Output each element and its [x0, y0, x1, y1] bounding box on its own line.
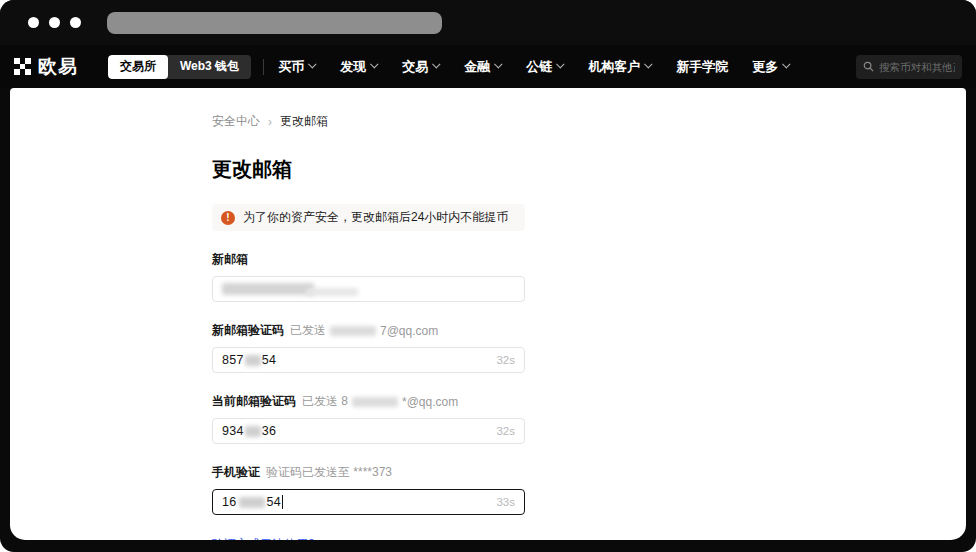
new-email-input[interactable] [212, 276, 525, 302]
menu-item-label: 交易 [402, 58, 428, 76]
search-icon [863, 61, 874, 72]
code-text: 934 [222, 424, 244, 438]
breadcrumb-current: 更改邮箱 [280, 113, 328, 130]
breadcrumb: 安全中心 › 更改邮箱 [212, 113, 525, 130]
hint-email-suffix: 7@qq.com [380, 324, 438, 338]
menu-item-label: 机构客户 [588, 58, 640, 76]
current-email-code-input[interactable]: 93436 32s [212, 418, 525, 444]
chevron-down-icon [432, 60, 440, 68]
window-control-dot[interactable] [49, 17, 60, 28]
address-bar[interactable] [107, 12, 442, 34]
code-text: 16 [222, 495, 237, 509]
code-text: 36 [262, 424, 277, 438]
field-new-email: 新邮箱 [212, 251, 525, 302]
menu-item-academy[interactable]: 新手学院 [676, 58, 728, 76]
brand-name[interactable]: 欧易 [38, 54, 78, 80]
search-box[interactable] [856, 55, 962, 79]
nav-divider [263, 59, 264, 75]
warning-banner: ! 为了你的资产安全，更改邮箱后24小时内不能提币 [212, 204, 525, 231]
field-label: 手机验证 [212, 464, 260, 481]
field-label: 新邮箱验证码 [212, 322, 284, 339]
redacted-email-value [222, 283, 314, 295]
window-controls [28, 17, 81, 28]
hint-email-suffix: *@qq.com [402, 395, 458, 409]
breadcrumb-separator-icon: › [268, 115, 272, 129]
field-label: 当前邮箱验证码 [212, 393, 296, 410]
chevron-down-icon [644, 60, 652, 68]
browser-window: 欧易 交易所 Web3 钱包 买币 发现 交易 金融 [0, 0, 976, 552]
browser-chrome [0, 0, 976, 45]
menu-item-public-chain[interactable]: 公链 [526, 58, 564, 76]
menu-item-label: 发现 [340, 58, 366, 76]
top-navbar: 欧易 交易所 Web3 钱包 买币 发现 交易 金融 [0, 45, 976, 88]
search-input[interactable] [879, 61, 955, 73]
field-hint: 验证码已发送至 ****373 [266, 464, 392, 481]
menu-item-label: 金融 [464, 58, 490, 76]
field-label: 新邮箱 [212, 251, 248, 268]
content-panel: 安全中心 › 更改邮箱 更改邮箱 ! 为了你的资产安全，更改邮箱后24小时内不能… [10, 88, 966, 540]
product-toggle: 交易所 Web3 钱包 [108, 55, 251, 79]
redacted-email-value [306, 288, 358, 296]
breadcrumb-security-center[interactable]: 安全中心 [212, 113, 260, 130]
main-menu: 买币 发现 交易 金融 公链 机构客户 [278, 58, 790, 76]
window-control-dot[interactable] [28, 17, 39, 28]
menu-item-buy-crypto[interactable]: 买币 [278, 58, 316, 76]
toggle-web3-wallet[interactable]: Web3 钱包 [168, 55, 251, 79]
menu-item-trade[interactable]: 交易 [402, 58, 440, 76]
hint-sent-text: 已发送 [290, 322, 326, 339]
code-text: 54 [267, 495, 282, 509]
chevron-down-icon [782, 60, 790, 68]
field-current-email-code: 当前邮箱验证码 已发送 8 *@qq.com 93436 32s [212, 393, 525, 444]
window-control-dot[interactable] [70, 17, 81, 28]
field-new-email-code: 新邮箱验证码 已发送 7@qq.com 85754 32s [212, 322, 525, 373]
menu-item-more[interactable]: 更多 [752, 58, 790, 76]
redacted-email-text [352, 397, 398, 407]
redacted-code-digits [245, 355, 261, 366]
field-hint: 已发送 8 *@qq.com [302, 393, 458, 410]
okx-logo-icon[interactable] [14, 58, 31, 75]
menu-item-label: 新手学院 [676, 58, 728, 76]
menu-item-institutions[interactable]: 机构客户 [588, 58, 652, 76]
text-cursor [282, 495, 283, 509]
menu-item-label: 更多 [752, 58, 778, 76]
field-phone-verification: 手机验证 验证码已发送至 ****373 1654 33s [212, 464, 525, 515]
verification-help-link[interactable]: 验证方式无法使用? [212, 536, 315, 540]
hint-sent-text: 已发送 8 [302, 393, 348, 410]
code-text: 54 [262, 353, 277, 367]
countdown-timer: 32s [496, 354, 515, 366]
redacted-code-digits [239, 497, 265, 508]
toggle-exchange[interactable]: 交易所 [108, 55, 168, 79]
chevron-down-icon [370, 60, 378, 68]
countdown-timer: 32s [496, 425, 515, 437]
warning-text: 为了你的资产安全，更改邮箱后24小时内不能提币 [243, 209, 508, 226]
menu-item-discover[interactable]: 发现 [340, 58, 378, 76]
code-text: 857 [222, 353, 244, 367]
chevron-down-icon [308, 60, 316, 68]
page-title: 更改邮箱 [212, 156, 525, 183]
warning-icon: ! [221, 211, 235, 225]
chevron-down-icon [494, 60, 502, 68]
countdown-timer: 33s [496, 496, 515, 508]
redacted-code-digits [245, 426, 261, 437]
menu-item-label: 买币 [278, 58, 304, 76]
menu-item-label: 公链 [526, 58, 552, 76]
chevron-down-icon [556, 60, 564, 68]
phone-code-input[interactable]: 1654 33s [212, 489, 525, 515]
field-hint: 已发送 7@qq.com [290, 322, 438, 339]
new-email-code-input[interactable]: 85754 32s [212, 347, 525, 373]
menu-item-finance[interactable]: 金融 [464, 58, 502, 76]
redacted-email-text [330, 326, 376, 336]
